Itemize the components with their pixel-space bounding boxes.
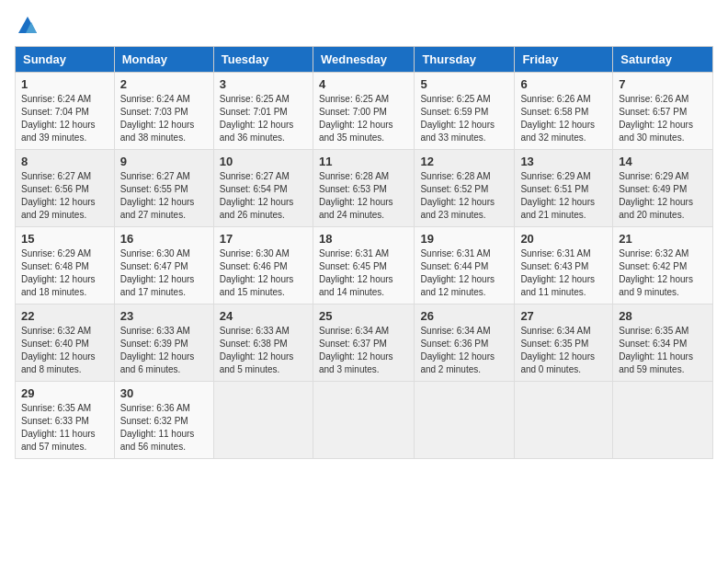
day-number: 29: [21, 386, 108, 400]
day-number: 1: [21, 77, 108, 91]
day-number: 30: [120, 386, 208, 400]
day-info: Sunrise: 6:33 AM Sunset: 6:38 PM Dayligh…: [220, 325, 307, 376]
day-number: 6: [520, 77, 607, 91]
day-info: Sunrise: 6:25 AM Sunset: 6:59 PM Dayligh…: [420, 93, 508, 144]
day-info: Sunrise: 6:31 AM Sunset: 6:43 PM Dayligh…: [520, 247, 607, 299]
calendar-cell-28: 28Sunrise: 6:35 AM Sunset: 6:34 PM Dayli…: [613, 304, 713, 382]
day-info: Sunrise: 6:29 AM Sunset: 6:49 PM Dayligh…: [619, 170, 707, 222]
calendar-cell-empty: [515, 382, 613, 459]
day-number: 10: [220, 155, 307, 168]
day-info: Sunrise: 6:34 AM Sunset: 6:37 PM Dayligh…: [319, 325, 408, 376]
calendar-cell-7: 7Sunrise: 6:26 AM Sunset: 6:57 PM Daylig…: [613, 73, 713, 150]
day-number: 20: [520, 232, 607, 246]
day-number: 8: [21, 155, 108, 168]
day-info: Sunrise: 6:31 AM Sunset: 6:44 PM Dayligh…: [420, 247, 508, 299]
day-number: 11: [319, 155, 408, 168]
calendar-header-tuesday: Tuesday: [213, 47, 313, 73]
day-number: 22: [21, 309, 108, 323]
day-info: Sunrise: 6:32 AM Sunset: 6:40 PM Dayligh…: [21, 325, 108, 376]
day-info: Sunrise: 6:28 AM Sunset: 6:52 PM Dayligh…: [420, 170, 508, 222]
day-number: 15: [21, 232, 108, 246]
day-info: Sunrise: 6:26 AM Sunset: 6:58 PM Dayligh…: [520, 93, 607, 144]
day-info: Sunrise: 6:27 AM Sunset: 6:56 PM Dayligh…: [21, 170, 108, 222]
calendar-cell-15: 15Sunrise: 6:29 AM Sunset: 6:48 PM Dayli…: [16, 227, 115, 304]
calendar-header-monday: Monday: [114, 47, 213, 73]
day-info: Sunrise: 6:30 AM Sunset: 6:46 PM Dayligh…: [220, 247, 307, 299]
day-info: Sunrise: 6:36 AM Sunset: 6:32 PM Dayligh…: [120, 402, 208, 454]
calendar-week-5: 29Sunrise: 6:35 AM Sunset: 6:33 PM Dayli…: [16, 382, 713, 459]
day-info: Sunrise: 6:35 AM Sunset: 6:33 PM Dayligh…: [21, 402, 108, 454]
calendar-header-thursday: Thursday: [415, 47, 515, 73]
day-info: Sunrise: 6:25 AM Sunset: 7:01 PM Dayligh…: [220, 93, 307, 144]
calendar-cell-11: 11Sunrise: 6:28 AM Sunset: 6:53 PM Dayli…: [313, 150, 414, 227]
calendar-cell-18: 18Sunrise: 6:31 AM Sunset: 6:45 PM Dayli…: [313, 227, 414, 304]
day-number: 28: [619, 309, 707, 323]
day-info: Sunrise: 6:31 AM Sunset: 6:45 PM Dayligh…: [319, 247, 408, 299]
day-info: Sunrise: 6:28 AM Sunset: 6:53 PM Dayligh…: [319, 170, 408, 222]
day-number: 21: [619, 232, 707, 246]
logo: [15, 15, 39, 37]
calendar-cell-5: 5Sunrise: 6:25 AM Sunset: 6:59 PM Daylig…: [415, 73, 515, 150]
day-info: Sunrise: 6:27 AM Sunset: 6:55 PM Dayligh…: [120, 170, 208, 222]
calendar-cell-30: 30Sunrise: 6:36 AM Sunset: 6:32 PM Dayli…: [114, 382, 213, 459]
calendar-cell-29: 29Sunrise: 6:35 AM Sunset: 6:33 PM Dayli…: [16, 382, 115, 459]
day-info: Sunrise: 6:34 AM Sunset: 6:36 PM Dayligh…: [420, 325, 508, 376]
day-number: 18: [319, 232, 408, 246]
calendar-body: 1Sunrise: 6:24 AM Sunset: 7:04 PM Daylig…: [16, 73, 713, 459]
day-number: 7: [619, 77, 707, 91]
calendar-cell-2: 2Sunrise: 6:24 AM Sunset: 7:03 PM Daylig…: [114, 73, 213, 150]
calendar-header-saturday: Saturday: [613, 47, 713, 73]
calendar-cell-8: 8Sunrise: 6:27 AM Sunset: 6:56 PM Daylig…: [16, 150, 115, 227]
day-number: 25: [319, 309, 408, 323]
day-info: Sunrise: 6:24 AM Sunset: 7:04 PM Dayligh…: [21, 93, 108, 144]
day-info: Sunrise: 6:25 AM Sunset: 7:00 PM Dayligh…: [319, 93, 408, 144]
calendar-cell-4: 4Sunrise: 6:25 AM Sunset: 7:00 PM Daylig…: [313, 73, 414, 150]
calendar-cell-1: 1Sunrise: 6:24 AM Sunset: 7:04 PM Daylig…: [16, 73, 115, 150]
day-number: 14: [619, 155, 707, 168]
calendar-cell-14: 14Sunrise: 6:29 AM Sunset: 6:49 PM Dayli…: [613, 150, 713, 227]
day-info: Sunrise: 6:30 AM Sunset: 6:47 PM Dayligh…: [120, 247, 208, 299]
day-number: 23: [120, 309, 208, 323]
calendar-cell-24: 24Sunrise: 6:33 AM Sunset: 6:38 PM Dayli…: [213, 304, 313, 382]
calendar-cell-22: 22Sunrise: 6:32 AM Sunset: 6:40 PM Dayli…: [16, 304, 115, 382]
calendar-header-row: SundayMondayTuesdayWednesdayThursdayFrid…: [16, 47, 713, 73]
day-number: 19: [420, 232, 508, 246]
day-number: 2: [120, 77, 208, 91]
calendar-week-4: 22Sunrise: 6:32 AM Sunset: 6:40 PM Dayli…: [16, 304, 713, 382]
calendar-cell-10: 10Sunrise: 6:27 AM Sunset: 6:54 PM Dayli…: [213, 150, 313, 227]
day-number: 5: [420, 77, 508, 91]
calendar-header-wednesday: Wednesday: [313, 47, 414, 73]
day-info: Sunrise: 6:33 AM Sunset: 6:39 PM Dayligh…: [120, 325, 208, 376]
calendar-cell-empty: [213, 382, 313, 459]
calendar-header-sunday: Sunday: [16, 47, 115, 73]
day-number: 24: [220, 309, 307, 323]
calendar-cell-6: 6Sunrise: 6:26 AM Sunset: 6:58 PM Daylig…: [515, 73, 613, 150]
page-header: [15, 15, 713, 37]
calendar-cell-empty: [415, 382, 515, 459]
calendar-cell-13: 13Sunrise: 6:29 AM Sunset: 6:51 PM Dayli…: [515, 150, 613, 227]
calendar-week-3: 15Sunrise: 6:29 AM Sunset: 6:48 PM Dayli…: [16, 227, 713, 304]
calendar-cell-12: 12Sunrise: 6:28 AM Sunset: 6:52 PM Dayli…: [415, 150, 515, 227]
day-info: Sunrise: 6:27 AM Sunset: 6:54 PM Dayligh…: [220, 170, 307, 222]
calendar-header-friday: Friday: [515, 47, 613, 73]
calendar-cell-empty: [613, 382, 713, 459]
day-info: Sunrise: 6:29 AM Sunset: 6:48 PM Dayligh…: [21, 247, 108, 299]
day-number: 9: [120, 155, 208, 168]
calendar-cell-19: 19Sunrise: 6:31 AM Sunset: 6:44 PM Dayli…: [415, 227, 515, 304]
day-number: 16: [120, 232, 208, 246]
day-number: 3: [220, 77, 307, 91]
logo-icon: [17, 15, 39, 37]
day-number: 4: [319, 77, 408, 91]
calendar-cell-27: 27Sunrise: 6:34 AM Sunset: 6:35 PM Dayli…: [515, 304, 613, 382]
calendar-cell-23: 23Sunrise: 6:33 AM Sunset: 6:39 PM Dayli…: [114, 304, 213, 382]
day-number: 27: [520, 309, 607, 323]
calendar-cell-25: 25Sunrise: 6:34 AM Sunset: 6:37 PM Dayli…: [313, 304, 414, 382]
calendar-table: SundayMondayTuesdayWednesdayThursdayFrid…: [15, 46, 713, 459]
day-number: 13: [520, 155, 607, 168]
calendar-cell-empty: [313, 382, 414, 459]
day-info: Sunrise: 6:26 AM Sunset: 6:57 PM Dayligh…: [619, 93, 707, 144]
calendar-cell-16: 16Sunrise: 6:30 AM Sunset: 6:47 PM Dayli…: [114, 227, 213, 304]
calendar-cell-20: 20Sunrise: 6:31 AM Sunset: 6:43 PM Dayli…: [515, 227, 613, 304]
calendar-week-2: 8Sunrise: 6:27 AM Sunset: 6:56 PM Daylig…: [16, 150, 713, 227]
day-info: Sunrise: 6:24 AM Sunset: 7:03 PM Dayligh…: [120, 93, 208, 144]
